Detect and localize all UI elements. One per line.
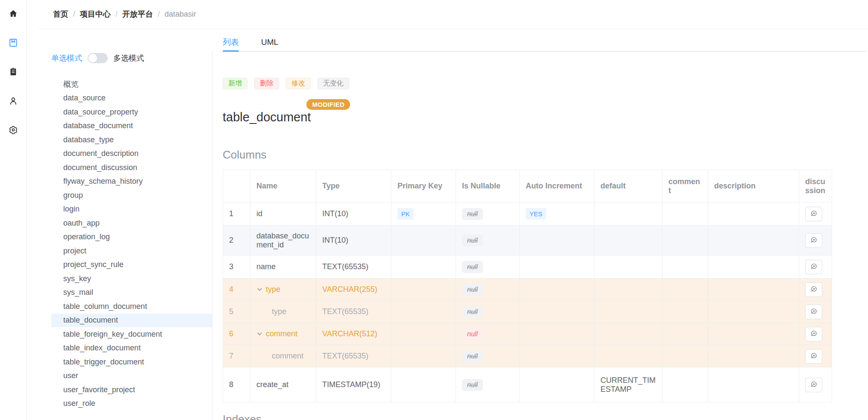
sidebar-item-project[interactable]: project (51, 244, 212, 258)
auto-increment-cell (520, 345, 594, 367)
sidebar-item-user_role[interactable]: user_role (51, 397, 212, 411)
chevron-down-icon[interactable] (256, 331, 263, 337)
is-nullable-cell: null (456, 301, 520, 323)
discussion-button[interactable] (805, 233, 822, 248)
discussion-button[interactable] (805, 282, 822, 297)
legend-tag: 无变化 (318, 78, 349, 89)
auto-increment-cell: YES (520, 203, 594, 226)
sidebar-item-table_foreign_key_document[interactable]: table_foreign_key_document (51, 327, 212, 341)
column-header (223, 170, 250, 203)
indexes-heading: Indexes (223, 412, 868, 420)
columns-table: NameTypePrimary KeyIs NullableAuto Incre… (223, 170, 832, 402)
column-name: create_at (256, 380, 310, 389)
tab-列表[interactable]: 列表 (223, 37, 239, 51)
default-cell (594, 323, 662, 345)
legend-tag: 修改 (286, 78, 311, 89)
discussion-button[interactable] (805, 207, 822, 221)
discussion-cell (799, 203, 832, 226)
chat-bubble-icon (810, 352, 818, 361)
column-name: comment (272, 352, 310, 361)
breadcrumb-item[interactable]: 首页 (53, 9, 68, 19)
chat-bubble-icon (810, 285, 818, 294)
discussion-button[interactable] (805, 378, 822, 392)
auto-increment-cell (520, 301, 594, 323)
breadcrumb-item[interactable]: 开放平台 (122, 9, 153, 19)
column-type-cell: VARCHAR(512) (316, 323, 391, 345)
sidebar-item-sys_mail[interactable]: sys_mail (51, 286, 212, 300)
tab-UML[interactable]: UML (261, 37, 278, 51)
home-icon[interactable] (8, 9, 18, 19)
settings-icon[interactable] (8, 125, 18, 135)
sidebar-item-document_description[interactable]: document_description (51, 147, 212, 161)
view-tabs: 列表UML (223, 37, 866, 52)
multi-mode-label[interactable]: 多选模式 (113, 53, 144, 63)
chat-bubble-icon (810, 236, 818, 245)
sidebar-item-data_source[interactable]: data_source (51, 91, 212, 106)
sidebar-item-table_column_document[interactable]: table_column_document (51, 300, 212, 314)
column-name: name (256, 262, 310, 271)
discussion-button[interactable] (805, 260, 822, 274)
sidebar-item-operation_log[interactable]: operation_log (51, 230, 212, 244)
default-cell (594, 279, 662, 301)
column-name-cell: type (250, 279, 316, 301)
mode-switch[interactable] (88, 53, 108, 63)
sidebar-item-database_document[interactable]: database_document (51, 119, 212, 133)
columns-heading: Columns (223, 147, 868, 162)
column-name-cell: comment (250, 323, 316, 345)
sidebar-item-login[interactable]: login (51, 203, 212, 217)
column-row: 1idINT(10)PKnullYES (223, 203, 832, 226)
sidebar-item-database_type[interactable]: database_type (51, 133, 212, 147)
sidebar-item-table_document[interactable]: table_document (51, 314, 212, 328)
user-icon[interactable] (8, 96, 18, 106)
sidebar-item-user[interactable]: user (51, 369, 212, 383)
column-name: database_document_id (256, 232, 310, 250)
sidebar-item-table_index_document[interactable]: table_index_document (51, 341, 212, 355)
default-cell (594, 256, 662, 279)
column-name-text: database_document_id (256, 232, 310, 250)
is-nullable-cell: null (456, 226, 520, 256)
sidebar-item-sys_key[interactable]: sys_key (51, 272, 212, 286)
primary-key-cell (391, 279, 456, 301)
discussion-button[interactable] (805, 305, 822, 319)
column-name-text: name (256, 262, 276, 271)
clipboard-icon[interactable] (8, 67, 18, 77)
column-ordinal: 5 (223, 301, 250, 323)
comment-cell (662, 279, 708, 301)
comment-cell (662, 367, 708, 402)
chat-bubble-icon (810, 330, 818, 338)
sidebar-item-data_source_property[interactable]: data_source_property (51, 105, 212, 119)
column-row: 8create_atTIMESTAMP(19)nullCURRENT_TIMES… (223, 367, 832, 402)
sidebar-item-group[interactable]: group (51, 188, 212, 203)
breadcrumb-item: databasir (165, 10, 196, 19)
discussion-button[interactable] (805, 327, 822, 341)
sidebar-item-table_trigger_document[interactable]: table_trigger_document (51, 355, 212, 369)
default-cell (594, 203, 662, 226)
is-nullable-cell: null (456, 203, 520, 226)
description-cell (708, 256, 799, 279)
column-ordinal: 2 (223, 226, 250, 256)
null-tag: null (462, 261, 483, 273)
column-header: discussion (799, 170, 832, 203)
sidebar-item-概览[interactable]: 概览 (51, 77, 212, 91)
column-header: Type (316, 170, 391, 203)
null-tag: null (462, 350, 483, 362)
column-row: 2database_document_idINT(10)null (223, 226, 832, 256)
sidebar-item-flyway_schema_history[interactable]: flyway_schema_history (51, 175, 212, 189)
column-header: Auto Increment (520, 170, 594, 203)
sidebar-item-user_favorite_project[interactable]: user_favorite_project (51, 383, 212, 397)
sidebar-item-project_sync_rule[interactable]: project_sync_rule (51, 258, 212, 272)
column-header: default (594, 170, 662, 203)
book-icon[interactable] (8, 38, 18, 48)
column-name: type (256, 285, 310, 294)
single-mode-label[interactable]: 单选模式 (51, 53, 82, 63)
sidebar-item-oauth_app[interactable]: oauth_app (51, 216, 212, 230)
breadcrumb-item[interactable]: 项目中心 (80, 9, 111, 19)
column-row: 5typeTEXT(65535)null (223, 301, 832, 323)
column-type-cell: VARCHAR(255) (316, 279, 391, 301)
chevron-down-icon[interactable] (256, 286, 263, 293)
discussion-button[interactable] (805, 349, 822, 364)
column-name-cell: type (250, 301, 316, 323)
sidebar-item-document_discussion[interactable]: document_discussion (51, 161, 212, 175)
icon-rail (0, 0, 26, 420)
column-name-text: create_at (256, 380, 288, 389)
